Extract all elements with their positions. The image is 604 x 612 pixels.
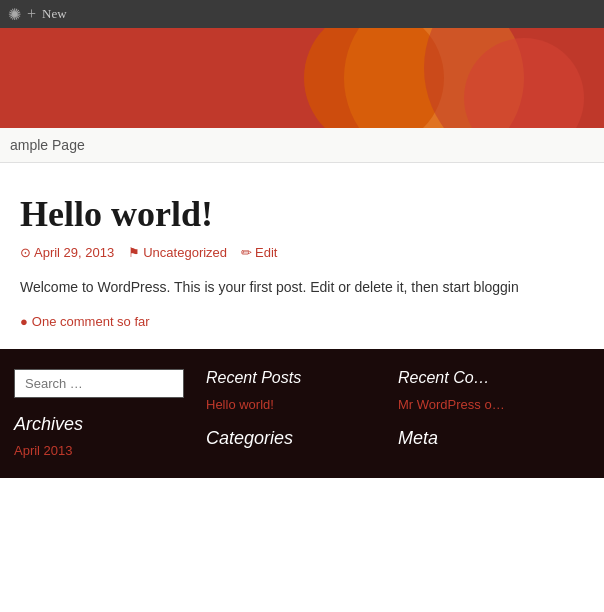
recent-comments-title: Recent Co…	[398, 369, 580, 387]
site-nav: ample Page	[0, 128, 604, 163]
footer-col-3: Recent Co… Mr WordPress o… Meta	[398, 369, 590, 462]
header-decoration-2	[304, 28, 444, 128]
sample-page-link[interactable]: ample Page	[10, 137, 85, 153]
admin-bar: ✺ + New	[0, 0, 604, 28]
categories-title: Categories	[206, 428, 388, 449]
post-edit[interactable]: ✏ Edit	[241, 245, 277, 260]
site-footer: Archives April 2013 Recent Posts Hello w…	[0, 349, 604, 478]
date-icon: ⊙	[20, 245, 31, 260]
post-meta: ⊙ April 29, 2013 ⚑ Uncategorized ✏ Edit	[20, 245, 584, 260]
footer-col-2: Recent Posts Hello world! Categories	[206, 369, 398, 462]
category-icon: ⚑	[128, 245, 140, 260]
post-title: Hello world!	[20, 193, 584, 235]
post-excerpt: Welcome to WordPress. This is your first…	[20, 276, 584, 298]
post-date: ⊙ April 29, 2013	[20, 245, 114, 260]
recent-comment-link-1[interactable]: Mr WordPress o…	[398, 397, 580, 412]
post-category[interactable]: ⚑ Uncategorized	[128, 245, 227, 260]
header-decoration-4	[424, 28, 604, 128]
site-header	[0, 28, 604, 128]
archives-title: Archives	[14, 414, 196, 435]
footer-col-1: Archives April 2013	[14, 369, 206, 462]
plus-icon: +	[27, 5, 36, 23]
comment-icon: ●	[20, 314, 28, 329]
main-content: Hello world! ⊙ April 29, 2013 ⚑ Uncatego…	[0, 163, 604, 349]
search-input[interactable]	[14, 369, 184, 398]
new-label[interactable]: New	[42, 6, 67, 22]
archive-link-april[interactable]: April 2013	[14, 443, 196, 458]
recent-posts-title: Recent Posts	[206, 369, 388, 387]
edit-icon: ✏	[241, 245, 252, 260]
post-comments[interactable]: ● One comment so far	[20, 314, 584, 329]
wordpress-icon: ✺	[8, 5, 21, 24]
recent-post-link-1[interactable]: Hello world!	[206, 397, 388, 412]
meta-title: Meta	[398, 428, 580, 449]
